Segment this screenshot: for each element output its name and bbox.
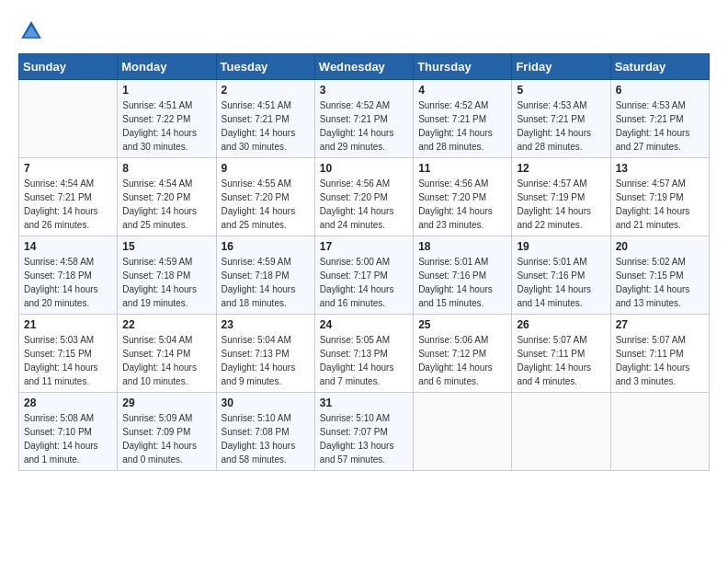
day-number: 22 — [122, 318, 210, 331]
calendar-cell: 9 Sunrise: 4:55 AMSunset: 7:20 PMDayligh… — [216, 158, 314, 236]
day-number: 21 — [24, 318, 112, 331]
calendar-week-row: 21 Sunrise: 5:03 AMSunset: 7:15 PMDaylig… — [19, 315, 710, 393]
day-number: 24 — [320, 318, 408, 331]
day-info: Sunrise: 4:52 AMSunset: 7:21 PMDaylight:… — [320, 98, 408, 154]
calendar-cell — [512, 393, 610, 471]
day-info: Sunrise: 5:06 AMSunset: 7:12 PMDaylight:… — [418, 333, 506, 388]
day-info: Sunrise: 4:56 AMSunset: 7:20 PMDaylight:… — [320, 177, 408, 232]
calendar-cell: 25 Sunrise: 5:06 AMSunset: 7:12 PMDaylig… — [414, 315, 512, 393]
calendar-cell: 12 Sunrise: 4:57 AMSunset: 7:19 PMDaylig… — [512, 158, 610, 236]
day-info: Sunrise: 4:53 AMSunset: 7:21 PMDaylight:… — [517, 98, 605, 154]
day-number: 26 — [517, 318, 605, 331]
day-number: 30 — [222, 396, 310, 409]
calendar-cell: 28 Sunrise: 5:08 AMSunset: 7:10 PMDaylig… — [19, 393, 118, 471]
weekday-header: Monday — [118, 54, 216, 80]
calendar-cell: 17 Sunrise: 5:00 AMSunset: 7:17 PMDaylig… — [314, 236, 413, 315]
calendar-cell: 18 Sunrise: 5:01 AMSunset: 7:16 PMDaylig… — [414, 236, 512, 315]
calendar-cell: 23 Sunrise: 5:04 AMSunset: 7:13 PMDaylig… — [216, 315, 314, 393]
day-info: Sunrise: 5:03 AMSunset: 7:15 PMDaylight:… — [24, 333, 112, 388]
day-number: 25 — [418, 318, 506, 331]
day-number: 31 — [320, 396, 408, 409]
calendar-cell: 5 Sunrise: 4:53 AMSunset: 7:21 PMDayligh… — [512, 80, 610, 158]
day-number: 9 — [222, 162, 310, 175]
calendar-cell: 19 Sunrise: 5:01 AMSunset: 7:16 PMDaylig… — [512, 236, 610, 315]
day-info: Sunrise: 4:51 AMSunset: 7:21 PMDaylight:… — [222, 98, 310, 154]
calendar-cell: 7 Sunrise: 4:54 AMSunset: 7:21 PMDayligh… — [19, 158, 118, 236]
day-number: 7 — [24, 162, 112, 175]
day-number: 2 — [222, 84, 310, 97]
day-number: 20 — [616, 240, 704, 253]
calendar-week-row: 14 Sunrise: 4:58 AMSunset: 7:18 PMDaylig… — [19, 236, 710, 315]
calendar-week-row: 28 Sunrise: 5:08 AMSunset: 7:10 PMDaylig… — [19, 393, 710, 471]
day-info: Sunrise: 5:10 AMSunset: 7:07 PMDaylight:… — [320, 411, 408, 466]
day-number: 16 — [222, 240, 310, 253]
day-info: Sunrise: 5:07 AMSunset: 7:11 PMDaylight:… — [616, 333, 704, 388]
day-info: Sunrise: 5:05 AMSunset: 7:13 PMDaylight:… — [320, 333, 408, 388]
day-info: Sunrise: 4:52 AMSunset: 7:21 PMDaylight:… — [418, 98, 506, 154]
calendar-cell: 15 Sunrise: 4:59 AMSunset: 7:18 PMDaylig… — [118, 236, 216, 315]
calendar-cell: 30 Sunrise: 5:10 AMSunset: 7:08 PMDaylig… — [216, 393, 314, 471]
calendar-week-row: 1 Sunrise: 4:51 AMSunset: 7:22 PMDayligh… — [19, 80, 710, 158]
day-info: Sunrise: 4:51 AMSunset: 7:22 PMDaylight:… — [122, 98, 210, 154]
day-number: 5 — [517, 84, 605, 97]
calendar-week-row: 7 Sunrise: 4:54 AMSunset: 7:21 PMDayligh… — [19, 158, 710, 236]
calendar-table: SundayMondayTuesdayWednesdayThursdayFrid… — [18, 53, 710, 471]
day-info: Sunrise: 5:01 AMSunset: 7:16 PMDaylight:… — [418, 255, 506, 310]
day-number: 3 — [320, 84, 408, 97]
day-info: Sunrise: 4:58 AMSunset: 7:18 PMDaylight:… — [24, 255, 112, 310]
calendar-cell: 13 Sunrise: 4:57 AMSunset: 7:19 PMDaylig… — [610, 158, 709, 236]
calendar-cell: 3 Sunrise: 4:52 AMSunset: 7:21 PMDayligh… — [314, 80, 413, 158]
day-info: Sunrise: 5:01 AMSunset: 7:16 PMDaylight:… — [517, 255, 605, 310]
calendar-cell: 21 Sunrise: 5:03 AMSunset: 7:15 PMDaylig… — [19, 315, 118, 393]
page-header — [18, 18, 710, 44]
day-number: 14 — [24, 240, 112, 253]
calendar-cell: 20 Sunrise: 5:02 AMSunset: 7:15 PMDaylig… — [610, 236, 709, 315]
day-info: Sunrise: 5:04 AMSunset: 7:13 PMDaylight:… — [222, 333, 310, 388]
calendar-cell: 1 Sunrise: 4:51 AMSunset: 7:22 PMDayligh… — [118, 80, 216, 158]
logo — [18, 18, 48, 44]
day-info: Sunrise: 5:04 AMSunset: 7:14 PMDaylight:… — [122, 333, 210, 388]
day-number: 8 — [122, 162, 210, 175]
calendar-cell — [19, 80, 118, 158]
day-info: Sunrise: 5:09 AMSunset: 7:09 PMDaylight:… — [122, 411, 210, 466]
day-number: 27 — [616, 318, 704, 331]
calendar-cell: 14 Sunrise: 4:58 AMSunset: 7:18 PMDaylig… — [19, 236, 118, 315]
day-info: Sunrise: 4:59 AMSunset: 7:18 PMDaylight:… — [222, 255, 310, 310]
weekday-header-row: SundayMondayTuesdayWednesdayThursdayFrid… — [19, 54, 710, 80]
day-number: 13 — [616, 162, 704, 175]
calendar-cell: 22 Sunrise: 5:04 AMSunset: 7:14 PMDaylig… — [118, 315, 216, 393]
calendar-cell: 6 Sunrise: 4:53 AMSunset: 7:21 PMDayligh… — [610, 80, 709, 158]
day-number: 1 — [122, 84, 210, 97]
day-number: 19 — [517, 240, 605, 253]
logo-icon — [18, 18, 44, 44]
day-info: Sunrise: 4:55 AMSunset: 7:20 PMDaylight:… — [222, 177, 310, 232]
day-info: Sunrise: 5:07 AMSunset: 7:11 PMDaylight:… — [517, 333, 605, 388]
calendar-cell — [610, 393, 709, 471]
calendar-cell: 27 Sunrise: 5:07 AMSunset: 7:11 PMDaylig… — [610, 315, 709, 393]
day-info: Sunrise: 4:54 AMSunset: 7:20 PMDaylight:… — [122, 177, 210, 232]
day-number: 12 — [517, 162, 605, 175]
weekday-header: Saturday — [610, 54, 709, 80]
weekday-header: Tuesday — [216, 54, 314, 80]
calendar-cell: 31 Sunrise: 5:10 AMSunset: 7:07 PMDaylig… — [314, 393, 413, 471]
calendar-cell: 24 Sunrise: 5:05 AMSunset: 7:13 PMDaylig… — [314, 315, 413, 393]
day-info: Sunrise: 4:57 AMSunset: 7:19 PMDaylight:… — [616, 177, 704, 232]
day-number: 15 — [122, 240, 210, 253]
calendar-cell: 8 Sunrise: 4:54 AMSunset: 7:20 PMDayligh… — [118, 158, 216, 236]
day-number: 28 — [24, 396, 112, 409]
day-number: 17 — [320, 240, 408, 253]
day-number: 29 — [122, 396, 210, 409]
day-number: 23 — [222, 318, 310, 331]
calendar-cell — [414, 393, 512, 471]
day-info: Sunrise: 5:08 AMSunset: 7:10 PMDaylight:… — [24, 411, 112, 466]
day-info: Sunrise: 4:53 AMSunset: 7:21 PMDaylight:… — [616, 98, 704, 154]
weekday-header: Wednesday — [314, 54, 413, 80]
calendar-cell: 10 Sunrise: 4:56 AMSunset: 7:20 PMDaylig… — [314, 158, 413, 236]
calendar-cell: 11 Sunrise: 4:56 AMSunset: 7:20 PMDaylig… — [414, 158, 512, 236]
day-info: Sunrise: 4:57 AMSunset: 7:19 PMDaylight:… — [517, 177, 605, 232]
day-info: Sunrise: 5:00 AMSunset: 7:17 PMDaylight:… — [320, 255, 408, 310]
calendar-cell: 26 Sunrise: 5:07 AMSunset: 7:11 PMDaylig… — [512, 315, 610, 393]
day-number: 18 — [418, 240, 506, 253]
day-info: Sunrise: 4:54 AMSunset: 7:21 PMDaylight:… — [24, 177, 112, 232]
calendar-cell: 4 Sunrise: 4:52 AMSunset: 7:21 PMDayligh… — [414, 80, 512, 158]
